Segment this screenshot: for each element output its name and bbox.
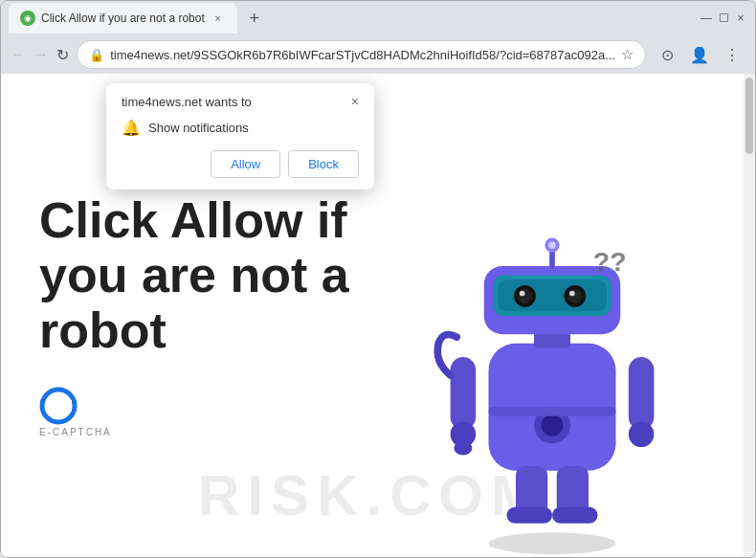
bell-icon: 🔔	[122, 119, 141, 137]
svg-rect-28	[507, 507, 553, 524]
allow-button[interactable]: Allow	[211, 150, 280, 178]
svg-rect-29	[552, 507, 598, 524]
address-bar: ← → ↻ 🔒 time4news.net/9SSGOkR6b7R6bIWFca…	[1, 35, 755, 74]
chromecast-icon[interactable]: ⊙	[654, 41, 680, 68]
lock-icon: 🔒	[89, 48, 104, 62]
active-tab[interactable]: ◉ Click Allow if you are not a robot ×	[9, 3, 237, 33]
svg-point-2	[489, 532, 616, 554]
menu-icon[interactable]: ⋮	[719, 41, 745, 68]
heading-line2: you are not a	[39, 248, 705, 302]
bookmark-icon[interactable]: ☆	[621, 46, 634, 63]
account-icon[interactable]: 👤	[686, 41, 713, 68]
heading-line3: robot	[39, 303, 705, 358]
tab-close-button[interactable]: ×	[211, 11, 226, 26]
page-content: RISK.COM Click Allow if you are not a ro…	[1, 74, 755, 557]
browser-window: ◉ Click Allow if you are not a robot × +…	[0, 0, 756, 558]
main-heading: Click Allow if you are not a robot	[39, 193, 705, 358]
tab-title: Click Allow if you are not a robot	[41, 11, 205, 25]
back-button[interactable]: ←	[11, 41, 26, 68]
captcha-branding: E-CAPTCHA	[39, 387, 705, 437]
scroll-thumb[interactable]	[745, 78, 753, 154]
permission-text: Show notifications	[148, 121, 249, 135]
tab-favicon: ◉	[20, 11, 35, 26]
popup-title: time4news.net wants to	[122, 95, 252, 109]
scrollbar[interactable]	[744, 74, 755, 557]
reload-button[interactable]: ↻	[56, 41, 69, 68]
popup-permission-row: 🔔 Show notifications	[122, 119, 359, 137]
minimize-button[interactable]: —	[700, 11, 713, 25]
svg-point-5	[454, 440, 472, 455]
popup-close-button[interactable]: ×	[351, 95, 359, 108]
heading-line1: Click Allow if	[39, 193, 705, 248]
favicon-symbol: ◉	[24, 13, 32, 23]
close-button[interactable]: ×	[734, 11, 747, 25]
maximize-button[interactable]: ☐	[717, 11, 730, 25]
url-text: time4news.net/9SSGOkR6b7R6bIWFcarSTjvCd8…	[110, 48, 615, 62]
page-text-area: Click Allow if you are not a robot E-CAP…	[39, 193, 705, 437]
notification-popup: time4news.net wants to × 🔔 Show notifica…	[106, 83, 374, 190]
tab-bar: ◉ Click Allow if you are not a robot × +	[9, 3, 694, 33]
page-body: RISK.COM Click Allow if you are not a ro…	[1, 74, 744, 557]
forward-button[interactable]: →	[33, 41, 49, 68]
window-controls: — ☐ ×	[700, 11, 747, 25]
captcha-logo-icon	[39, 387, 78, 425]
block-button[interactable]: Block	[288, 150, 359, 178]
svg-rect-1	[65, 400, 72, 412]
new-tab-button[interactable]: +	[241, 5, 268, 32]
popup-buttons: Allow Block	[122, 150, 359, 178]
toolbar-icons: ⊙ 👤 ⋮	[654, 41, 745, 68]
captcha-label: E-CAPTCHA	[39, 427, 112, 437]
title-bar: ◉ Click Allow if you are not a robot × +…	[1, 1, 755, 35]
popup-header: time4news.net wants to ×	[122, 95, 359, 109]
url-bar[interactable]: 🔒 time4news.net/9SSGOkR6b7R6bIWFcarSTjvC…	[77, 40, 646, 69]
